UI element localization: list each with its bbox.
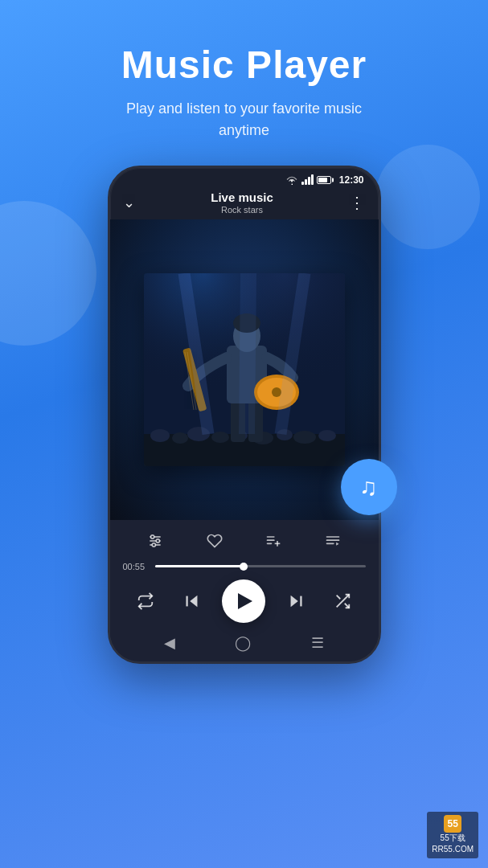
album-art-wrapper (110, 219, 379, 520)
svg-marker-42 (190, 595, 197, 607)
phone-device: 12:30 ⌄ Live music Rock stars ⋮ (108, 166, 381, 664)
svg-line-48 (336, 595, 340, 599)
watermark: 55 55下载 RR55.COM (427, 812, 478, 858)
svg-point-21 (272, 387, 281, 397)
track-title: Live music (211, 190, 273, 204)
current-time: 00:55 (123, 562, 149, 571)
home-bar: ◀ ◯ ☰ (110, 628, 379, 658)
next-button[interactable] (280, 585, 312, 617)
action-icons-row (110, 526, 379, 555)
track-info: Live music Rock stars (211, 190, 273, 215)
equalizer-button[interactable] (141, 526, 170, 555)
controls-section: 00:55 (110, 520, 379, 661)
svg-rect-39 (326, 539, 339, 541)
header-section: Music Player Play and listen to your fav… (121, 0, 367, 141)
svg-point-4 (150, 429, 170, 442)
svg-rect-35 (267, 542, 273, 544)
progress-thumb[interactable] (240, 563, 248, 571)
top-nav: ⌄ Live music Rock stars ⋮ (110, 189, 379, 219)
progress-bar[interactable] (155, 565, 366, 567)
music-note-icon: ♫ (359, 473, 378, 501)
repeat-button[interactable] (129, 585, 162, 617)
phone-wrapper: 12:30 ⌄ Live music Rock stars ⋮ (108, 166, 381, 664)
bg-decoration-left (0, 201, 96, 346)
app-title: Music Player (121, 44, 367, 87)
svg-rect-34 (267, 539, 275, 541)
wifi-icon (285, 175, 298, 185)
collapse-button[interactable]: ⌄ (123, 194, 135, 211)
app-subtitle: Play and listen to your favorite music a… (121, 98, 367, 141)
progress-fill (155, 565, 244, 567)
home-button[interactable]: ◯ (235, 634, 251, 652)
concert-illustration (144, 273, 345, 466)
back-button[interactable]: ◀ (164, 634, 175, 652)
svg-line-25 (247, 273, 248, 434)
status-icons: 12:30 (285, 174, 364, 186)
status-bar: 12:30 (110, 168, 379, 189)
recents-button[interactable]: ☰ (311, 634, 324, 652)
svg-point-11 (293, 431, 316, 444)
favorite-button[interactable] (200, 526, 229, 555)
track-artist: Rock stars (211, 205, 273, 215)
battery-icon (317, 176, 331, 184)
play-button[interactable] (222, 579, 265, 623)
signal-icon (301, 175, 314, 185)
bg-decoration-right (375, 145, 480, 249)
svg-point-7 (211, 432, 229, 443)
svg-point-28 (151, 535, 154, 538)
floating-music-button[interactable]: ♫ (341, 459, 397, 515)
svg-rect-38 (326, 536, 339, 538)
svg-rect-33 (267, 536, 275, 538)
album-art-inner (144, 273, 345, 466)
playback-controls (110, 579, 379, 628)
svg-rect-40 (326, 542, 334, 544)
more-options-button[interactable]: ⋮ (349, 193, 365, 212)
svg-marker-44 (291, 595, 298, 607)
play-icon (238, 593, 252, 609)
previous-button[interactable] (176, 585, 208, 617)
shuffle-button[interactable] (326, 585, 359, 617)
svg-point-5 (172, 432, 188, 444)
progress-row: 00:55 (110, 562, 379, 571)
status-time: 12:30 (339, 174, 364, 186)
svg-point-30 (157, 539, 160, 542)
svg-point-12 (318, 430, 336, 441)
album-art (144, 273, 345, 466)
svg-marker-41 (336, 542, 338, 545)
svg-point-32 (153, 543, 156, 547)
playlist-add-button[interactable] (259, 526, 288, 555)
queue-button[interactable] (318, 526, 347, 555)
